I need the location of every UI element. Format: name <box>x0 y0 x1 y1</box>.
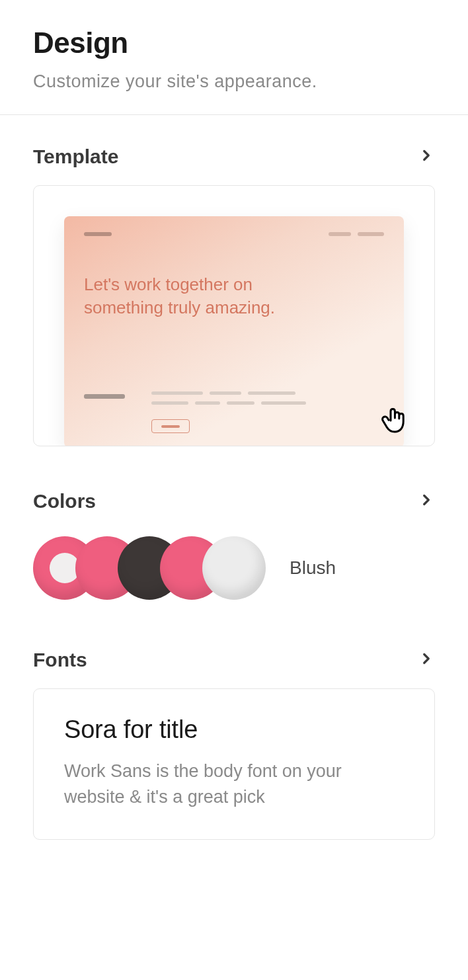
color-swatches <box>33 536 266 600</box>
fonts-section-header[interactable]: Fonts <box>33 618 435 688</box>
color-swatch-5 <box>202 536 266 600</box>
preview-paragraph-placeholder <box>151 391 384 433</box>
font-body-sample: Work Sans is the body font on your websi… <box>64 758 404 810</box>
template-preview-card[interactable]: Let's work together on something truly a… <box>33 185 435 446</box>
preview-bottom <box>84 394 384 433</box>
preview-heading: Let's work together on something truly a… <box>84 273 276 319</box>
template-section-header[interactable]: Template <box>33 115 435 185</box>
font-title-sample: Sora for title <box>64 715 404 744</box>
page-subtitle: Customize your site's appearance. <box>33 71 435 92</box>
colors-section-header[interactable]: Colors <box>33 460 435 530</box>
preview-subhead-placeholder <box>84 394 125 399</box>
preview-logo-placeholder <box>84 232 112 236</box>
fonts-section: Fonts Sora for title Work Sans is the bo… <box>0 618 468 840</box>
color-palette-row[interactable]: Blush <box>33 530 435 610</box>
color-palette-name: Blush <box>290 557 336 579</box>
colors-section-title: Colors <box>33 490 96 512</box>
template-section-title: Template <box>33 145 118 168</box>
template-section: Template Let's work together on somethin… <box>0 115 468 446</box>
colors-section: Colors Blush <box>0 460 468 610</box>
fonts-preview-card[interactable]: Sora for title Work Sans is the body fon… <box>33 688 435 840</box>
preview-nav-placeholder <box>329 232 384 236</box>
hand-cursor-icon <box>379 405 410 442</box>
preview-topbar <box>84 232 384 236</box>
page-header: Design Customize your site's appearance. <box>0 0 468 115</box>
template-preview: Let's work together on something truly a… <box>64 216 404 446</box>
preview-cta-placeholder <box>151 419 190 433</box>
fonts-section-title: Fonts <box>33 649 87 671</box>
chevron-right-icon <box>418 147 435 167</box>
chevron-right-icon <box>418 650 435 670</box>
chevron-right-icon <box>418 491 435 511</box>
page-title: Design <box>33 26 435 60</box>
